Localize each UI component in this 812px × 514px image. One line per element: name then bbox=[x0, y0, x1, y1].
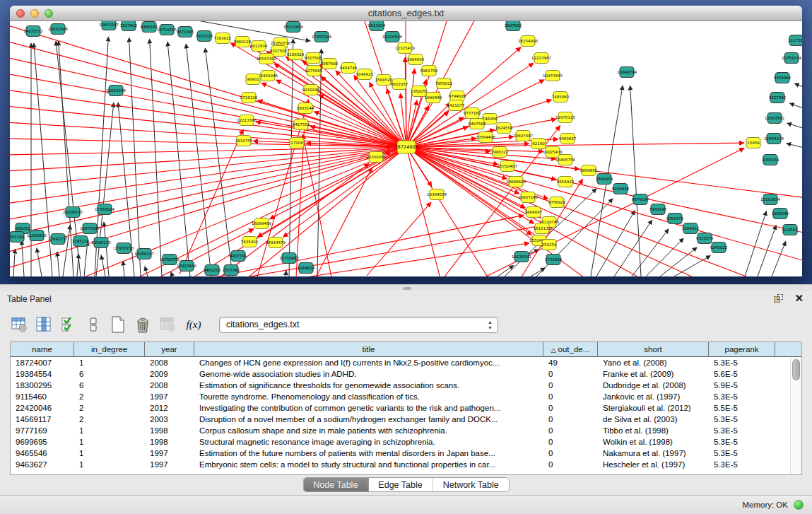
network-node[interactable]: 15718485 bbox=[279, 253, 299, 264]
column-header-pagerank[interactable]: pagerank bbox=[709, 342, 775, 356]
network-node[interactable]: 1145134 bbox=[72, 236, 90, 247]
network-node[interactable]: 14035572 bbox=[23, 26, 43, 37]
network-node[interactable]: 10688609 bbox=[506, 177, 526, 187]
network-node[interactable]: 1421077 bbox=[447, 100, 465, 111]
network-node[interactable]: 16154808 bbox=[518, 36, 538, 47]
network-node[interactable]: 15720407 bbox=[498, 161, 517, 172]
table-row[interactable]: 1830029562008Estimation of significance … bbox=[11, 380, 801, 391]
network-node[interactable]: 16648784 bbox=[617, 67, 637, 78]
network-node[interactable]: 6979197 bbox=[632, 194, 649, 205]
network-node[interactable]: 12213967 bbox=[531, 53, 551, 64]
network-node[interactable]: 9327508 bbox=[305, 53, 322, 64]
network-node[interactable]: 9899695 bbox=[580, 165, 598, 176]
network-node[interactable]: 12213366 bbox=[237, 115, 257, 126]
network-table-select[interactable]: citations_edges.txt▲▼ bbox=[219, 317, 498, 333]
network-node[interactable]: 1733426 bbox=[545, 255, 563, 265]
table-row[interactable]: 2242004622012Investigating the contribut… bbox=[11, 402, 801, 414]
network-node[interactable]: 19136141 bbox=[512, 252, 531, 262]
network-node[interactable]: 18724007 bbox=[394, 141, 418, 153]
network-node[interactable]: 6497568 bbox=[469, 119, 486, 129]
network-node[interactable]: 10653287 bbox=[99, 21, 119, 30]
network-node[interactable]: 7915526 bbox=[196, 31, 213, 42]
network-node[interactable]: 2867608 bbox=[321, 59, 339, 69]
network-node[interactable]: 7625402 bbox=[241, 237, 259, 247]
network-node[interactable]: 17857224 bbox=[312, 32, 331, 42]
network-node[interactable]: 20691406 bbox=[48, 24, 68, 35]
column-header-out_de[interactable]: △out_de... bbox=[543, 342, 598, 356]
network-node[interactable]: 16914479 bbox=[266, 238, 286, 248]
network-node[interactable]: 20206535 bbox=[63, 207, 83, 218]
network-node[interactable]: 1573342 bbox=[223, 265, 240, 276]
network-node[interactable]: 22420046 bbox=[258, 71, 278, 81]
network-node[interactable]: 1990448 bbox=[425, 93, 442, 103]
network-node[interactable]: 8813054 bbox=[368, 21, 386, 31]
tab-node-table[interactable]: Node Table bbox=[303, 478, 368, 491]
network-node[interactable]: 252254 bbox=[542, 240, 557, 250]
network-node[interactable]: 1615132 bbox=[534, 223, 551, 234]
select-all-icon-button[interactable] bbox=[59, 315, 78, 334]
network-node[interactable]: 12444134 bbox=[764, 134, 784, 144]
network-node[interactable]: 18495758 bbox=[555, 155, 575, 165]
network-window[interactable]: citations_edges.txt 18724007716382288601… bbox=[10, 6, 802, 277]
network-node[interactable]: 391341 bbox=[10, 232, 25, 243]
network-node[interactable]: 7955812 bbox=[435, 78, 453, 89]
network-node[interactable]: 17957233 bbox=[114, 243, 134, 254]
table-row[interactable]: 946362711997Embryonic stem cells: a mode… bbox=[11, 459, 801, 470]
network-node[interactable]: 9756928 bbox=[548, 197, 566, 208]
network-node[interactable]: 8186328 bbox=[287, 49, 305, 60]
network-node[interactable]: 8938934 bbox=[612, 184, 630, 194]
network-node[interactable]: 1044619 bbox=[298, 263, 315, 274]
network-node[interactable]: 9146821 bbox=[356, 69, 374, 80]
network-node[interactable]: 9463627 bbox=[559, 134, 577, 144]
table-options-icon-button[interactable] bbox=[10, 315, 28, 334]
network-node[interactable]: 7939147 bbox=[649, 204, 667, 215]
network-node[interactable]: 12505135 bbox=[91, 238, 111, 248]
scrollbar-thumb[interactable] bbox=[792, 359, 800, 380]
network-node[interactable]: 9457791 bbox=[230, 251, 247, 262]
network-node[interactable]: 1640954 bbox=[596, 174, 613, 185]
table-scrollbar[interactable] bbox=[790, 358, 801, 475]
network-node[interactable]: 9777169 bbox=[464, 108, 481, 119]
network-node[interactable]: 9227342 bbox=[769, 93, 787, 103]
network-node[interactable]: 12093582 bbox=[765, 113, 784, 124]
network-node[interactable]: 9245022 bbox=[710, 243, 728, 253]
network-node[interactable]: 8427552 bbox=[293, 119, 310, 130]
table-row[interactable]: 911546021997Tourette syndrome. Phenomeno… bbox=[11, 391, 801, 402]
network-node[interactable]: 6822057 bbox=[391, 79, 408, 90]
network-node[interactable]: 19218506 bbox=[382, 32, 402, 42]
network-node[interactable]: 17006 bbox=[290, 138, 304, 148]
network-node[interactable]: 7163822 bbox=[214, 33, 232, 44]
network-node[interactable]: 7986322 bbox=[491, 147, 509, 158]
network-node[interactable]: 19384554 bbox=[427, 189, 447, 200]
network-node[interactable]: 8860128 bbox=[234, 37, 252, 47]
network-node[interactable]: 9391472 bbox=[666, 214, 684, 224]
network-node[interactable]: 6961758 bbox=[420, 66, 438, 76]
table-row[interactable]: 1872400712008Changes of HCN gene express… bbox=[11, 357, 801, 368]
network-node[interactable]: 20053346 bbox=[106, 86, 126, 96]
cell-icon-button[interactable] bbox=[84, 315, 102, 334]
network-node[interactable]: 10719155 bbox=[157, 25, 177, 35]
network-node[interactable]: 9671385 bbox=[177, 27, 194, 37]
panel-splitter[interactable] bbox=[0, 284, 812, 291]
network-node[interactable]: 1864093 bbox=[407, 54, 425, 65]
network-node[interactable]: 9329966 bbox=[774, 73, 792, 83]
network-node[interactable]: 18807249 bbox=[518, 192, 538, 203]
network-node[interactable]: 16543382 bbox=[257, 54, 276, 64]
close-panel-icon[interactable]: ✕ bbox=[794, 293, 804, 304]
network-node[interactable]: 8912934 bbox=[250, 41, 268, 52]
network-node[interactable]: 9275685 bbox=[305, 66, 323, 76]
delete-table-icon-button[interactable] bbox=[158, 315, 177, 334]
network-node[interactable]: 12942737 bbox=[48, 234, 68, 245]
network-node[interactable]: 12103054 bbox=[760, 194, 780, 205]
network-node[interactable]: 9242848 bbox=[302, 85, 320, 95]
network-node[interactable]: 16099489 bbox=[252, 218, 271, 229]
network-node[interactable]: 12975115 bbox=[555, 112, 575, 123]
network-node[interactable]: 16033809 bbox=[283, 22, 303, 33]
network-node[interactable]: 9684067 bbox=[525, 207, 543, 218]
network-node[interactable]: 2803144 bbox=[297, 103, 314, 114]
network-node[interactable]: 1043154 bbox=[762, 155, 779, 165]
network-node[interactable]: 924502 bbox=[783, 225, 798, 235]
network-canvas[interactable]: 1872400771638228860128891293422260538932… bbox=[10, 21, 802, 276]
network-node[interactable]: 11156809 bbox=[27, 230, 47, 241]
float-panel-icon[interactable] bbox=[774, 294, 784, 304]
